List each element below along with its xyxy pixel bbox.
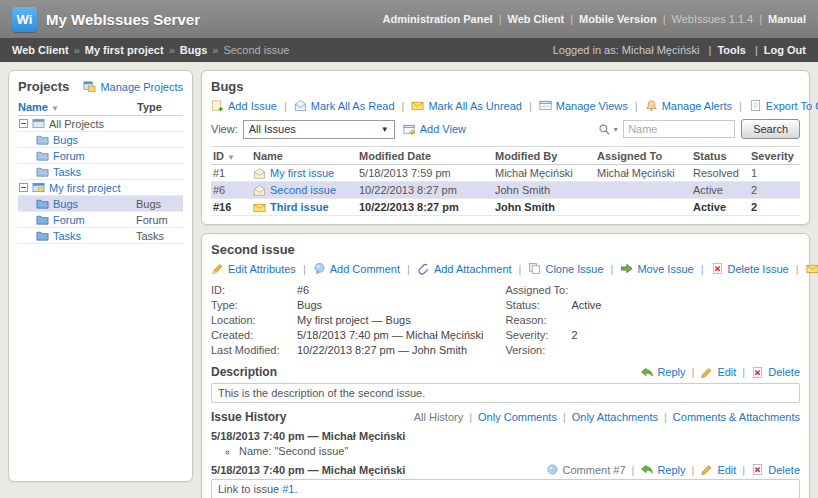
delete-button[interactable]: Delete: [736, 366, 800, 379]
edit-icon: [700, 366, 717, 379]
manage-projects-button[interactable]: Manage Projects: [83, 80, 183, 93]
column-status[interactable]: Status: [693, 150, 751, 162]
tree-item-label[interactable]: Tasks: [53, 166, 81, 178]
search-input[interactable]: [623, 120, 735, 138]
collapse-icon[interactable]: [19, 118, 32, 130]
move-issue-button[interactable]: Move Issue: [604, 262, 694, 275]
issue-modified-date: 5/18/2013 7:59 pm: [359, 167, 495, 179]
projects-column-type[interactable]: Type: [137, 101, 183, 113]
delete-icon: [751, 463, 768, 476]
reply-button[interactable]: Reply: [640, 366, 685, 379]
mark-as-unread-button[interactable]: Mark As Unread: [789, 262, 818, 275]
edit-attributes-button[interactable]: Edit Attributes: [211, 262, 296, 275]
reply-icon: [640, 366, 657, 379]
export-csv-button[interactable]: Export To CSV: [732, 99, 818, 112]
column-assigned-to[interactable]: Assigned To: [597, 150, 693, 162]
nav-manual[interactable]: Manual: [768, 13, 806, 25]
reply-button[interactable]: Reply: [626, 463, 686, 476]
clone-issue-label: Clone Issue: [545, 263, 603, 275]
filter-only-attachments[interactable]: Only Attachments: [557, 411, 658, 423]
breadcrumb-folder[interactable]: Bugs: [180, 44, 208, 56]
edit-button[interactable]: Edit: [686, 366, 737, 379]
move-issue-icon: [620, 262, 637, 275]
filter-all-history: All History: [414, 411, 464, 423]
issue-modified-date: 10/22/2013 8:27 pm: [359, 201, 495, 213]
column-modified-by[interactable]: Modified By: [495, 150, 597, 162]
edit-button[interactable]: Edit: [686, 463, 737, 476]
comment-number: Comment #7: [546, 463, 626, 476]
chevron-down-icon: ▼: [612, 126, 619, 133]
nav-administration-panel[interactable]: Administration Panel: [383, 13, 493, 25]
issue-link[interactable]: Third issue: [270, 201, 329, 213]
search-column-dropdown[interactable]: ▼: [598, 123, 619, 136]
column-id[interactable]: ID▼: [213, 150, 253, 162]
attr-value: #6: [297, 284, 309, 296]
breadcrumb-web-client[interactable]: Web Client: [12, 44, 69, 56]
tree-item-bugs-selected[interactable]: Bugs Bugs: [18, 196, 183, 212]
top-header-bar: Wi My WebIssues Server Administration Pa…: [0, 0, 818, 38]
search-area: ▼ Search: [598, 119, 800, 139]
add-issue-button[interactable]: Add Issue: [211, 99, 277, 112]
comment-box: Link to issue #1.: [211, 479, 800, 498]
tree-item-label[interactable]: Bugs: [53, 198, 78, 210]
nav-web-client[interactable]: Web Client: [508, 13, 565, 25]
view-select-value: All Issues: [249, 123, 296, 135]
tree-item-my-first-project[interactable]: My first project: [18, 180, 183, 196]
nav-mobile-version[interactable]: Mobile Version: [579, 13, 657, 25]
chevron-down-icon: ▼: [381, 125, 389, 134]
tree-item-label[interactable]: Forum: [53, 150, 85, 162]
tree-item-all-bugs[interactable]: Bugs: [18, 132, 183, 148]
mark-all-unread-label: Mark All As Unread: [428, 100, 522, 112]
issue-link[interactable]: My first issue: [270, 167, 334, 179]
manage-projects-icon: [83, 80, 100, 93]
projects-column-name[interactable]: Name▼: [18, 101, 137, 113]
breadcrumb-current: Second issue: [223, 44, 289, 56]
add-view-button[interactable]: Add View: [403, 123, 466, 136]
tree-item-label[interactable]: Bugs: [53, 134, 78, 146]
manage-alerts-button[interactable]: Manage Alerts: [628, 99, 732, 112]
tree-item-label[interactable]: Tasks: [53, 230, 81, 242]
collapse-icon[interactable]: [19, 182, 32, 194]
manage-views-button[interactable]: Manage Views: [522, 99, 628, 112]
mark-all-read-button[interactable]: Mark All As Read: [277, 99, 395, 112]
tree-item-all-forum[interactable]: Forum: [18, 148, 183, 164]
add-attachment-button[interactable]: Add Attachment: [400, 262, 512, 275]
clone-issue-button[interactable]: Clone Issue: [512, 262, 604, 275]
tree-item-forum[interactable]: Forum Forum: [18, 212, 183, 228]
top-navigation: Administration Panel Web Client Mobile V…: [383, 13, 806, 25]
issue-id: #6: [213, 184, 253, 196]
column-severity[interactable]: Severity: [751, 150, 798, 162]
issue-status: Active: [693, 184, 751, 196]
logout-link[interactable]: Log Out: [764, 44, 806, 56]
filter-only-comments[interactable]: Only Comments: [463, 411, 557, 423]
delete-issue-button[interactable]: Delete Issue: [694, 262, 789, 275]
issue-row-6-selected[interactable]: #6 Second issue 10/22/2013 8:27 pm John …: [211, 182, 800, 199]
column-modified-date[interactable]: Modified Date: [359, 150, 495, 162]
issue-row-1[interactable]: #1 My first issue 5/18/2013 7:59 pm Mich…: [211, 165, 800, 182]
bugs-panel: Bugs Add Issue Mark All As Read Mark All…: [201, 70, 810, 225]
delete-button[interactable]: Delete: [736, 463, 800, 476]
issue-reference-link[interactable]: #1: [282, 483, 294, 495]
attr-value: 5/18/2013 7:40 pm — Michał Męciński: [297, 329, 483, 341]
attr-label: Created:: [211, 329, 297, 341]
add-comment-button[interactable]: Add Comment: [296, 262, 400, 275]
tree-item-tasks[interactable]: Tasks Tasks: [18, 228, 183, 244]
read-issue-icon: [253, 184, 270, 197]
column-name[interactable]: Name: [253, 150, 359, 162]
tools-link[interactable]: Tools: [717, 44, 746, 56]
tree-item-label[interactable]: Forum: [53, 214, 85, 226]
folder-icon: [36, 197, 53, 210]
filter-comments-attachments[interactable]: Comments & Attachments: [658, 411, 800, 423]
mark-all-unread-button[interactable]: Mark All As Unread: [395, 99, 522, 112]
issue-row-16-unread[interactable]: #16 Third issue 10/22/2013 8:27 pm John …: [211, 199, 800, 216]
tree-item-all-projects[interactable]: All Projects: [18, 116, 183, 132]
add-attachment-label: Add Attachment: [434, 263, 512, 275]
tree-item-label[interactable]: My first project: [49, 182, 121, 194]
issue-id: #16: [213, 201, 253, 213]
tree-item-all-tasks[interactable]: Tasks: [18, 164, 183, 180]
issue-link[interactable]: Second issue: [270, 184, 336, 196]
search-button[interactable]: Search: [741, 119, 800, 139]
view-select[interactable]: All Issues ▼: [243, 120, 395, 139]
projects-panel: Projects Manage Projects Name▼ Type All …: [8, 70, 193, 482]
breadcrumb-project[interactable]: My first project: [85, 44, 164, 56]
